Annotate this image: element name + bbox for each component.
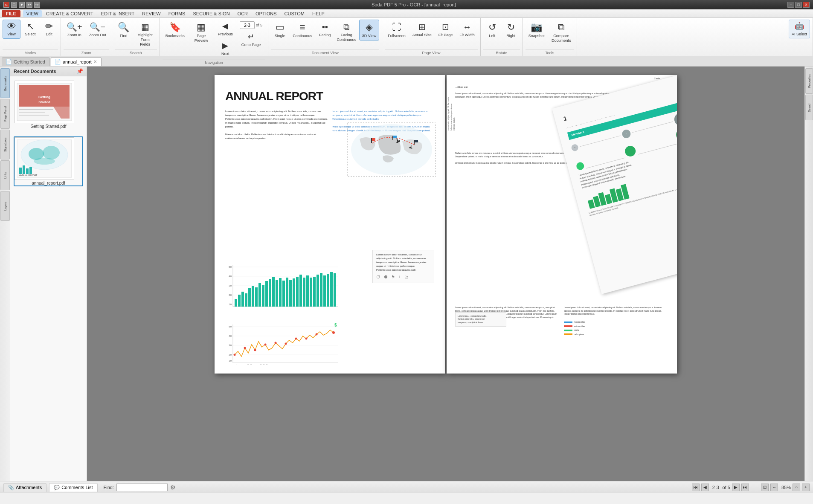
find-match-icon[interactable]: ⚙ xyxy=(170,484,176,491)
doc-thumb-getting-started[interactable]: Getting Started Getting Started.pdf xyxy=(14,80,83,130)
tab-annual-report-label: annual_report xyxy=(63,59,92,64)
sidebar-tab-layers[interactable]: Layers xyxy=(0,191,10,221)
close-button[interactable]: ✕ xyxy=(803,2,810,8)
rotate-left-icon: ↺ xyxy=(488,22,496,33)
ai-select-button[interactable]: 🤖 AI Select xyxy=(789,20,810,38)
find-input[interactable] xyxy=(116,484,168,491)
doc-thumb-annual-report[interactable]: ANNUAL REPORT annual_report.pdf xyxy=(14,136,83,186)
goto-page-button[interactable]: ↵ Go to Page xyxy=(238,30,264,49)
svg-rect-55 xyxy=(272,277,275,307)
svg-text:$: $ xyxy=(334,323,337,327)
facing-continuous-button[interactable]: ⧉ Facing Continuous xyxy=(335,20,358,44)
nav-last-button[interactable]: ⏭ xyxy=(741,484,749,491)
highlight-form-fields-button[interactable]: ▦ Highlight Form Fields xyxy=(134,20,157,49)
window-controls[interactable]: − □ ✕ xyxy=(787,2,810,8)
sidebar-tab-page-panel[interactable]: Page Panel xyxy=(0,99,10,129)
help-menu[interactable]: HELP xyxy=(309,10,328,17)
bookmarks-button[interactable]: 🔖 Bookmarks xyxy=(163,20,188,41)
sidebar-tab-signatures[interactable]: Signatures xyxy=(0,130,10,159)
nav-first-button[interactable]: ⏮ xyxy=(692,484,700,491)
edit-insert-menu[interactable]: EDIT & INSERT xyxy=(98,10,138,17)
document-area[interactable]: ANNUAL REPORT Lorem ipsum dolor sit amet… xyxy=(87,67,804,481)
zoom-out-button[interactable]: 🔍− Zoom Out xyxy=(86,20,109,40)
facing-button[interactable]: ▪▪ Facing xyxy=(316,20,334,40)
svg-rect-54 xyxy=(269,279,271,307)
fit-page-bottom[interactable]: ⊡ xyxy=(761,484,769,491)
ocr-menu[interactable]: OCR xyxy=(234,10,251,17)
zoom-in-bottom[interactable]: + xyxy=(802,484,810,491)
zoom-group-label: Zoom xyxy=(64,49,109,55)
view-button[interactable]: 👁 View xyxy=(3,20,20,39)
ribbon-group-tools: 📷 Snapshot ⧉ Compare Documents Tools xyxy=(523,18,577,56)
zoom-out-label: Zoom Out xyxy=(89,33,106,38)
svg-rect-29 xyxy=(415,140,418,142)
tab-annual-report[interactable]: 📄 annual_report ✕ xyxy=(51,57,102,66)
right-panel-search[interactable]: Search xyxy=(805,95,813,120)
fit-page-button[interactable]: ⊡ Fit Page xyxy=(436,20,456,40)
view-label: View xyxy=(7,32,15,37)
rotate-left-button[interactable]: ↺ Left xyxy=(483,20,501,41)
ribbon-group-doc-view: ▭ Single ≡ Continuous ▪▪ Facing ⧉ Facing… xyxy=(268,18,382,56)
fit-width-bottom[interactable]: ↔ xyxy=(770,484,778,491)
edit-label: Edit xyxy=(46,32,52,37)
page-preview-label: Page Preview xyxy=(192,34,211,43)
svg-rect-6 xyxy=(19,112,45,113)
comments-list-tab[interactable]: 💬 Comments List xyxy=(49,483,97,492)
sidebar-tab-links[interactable]: Links xyxy=(0,160,10,190)
actual-size-button[interactable]: ⊞ Actual Size xyxy=(409,20,435,40)
edit-button[interactable]: ✏ Edit xyxy=(40,20,58,39)
dropdown-icon[interactable]: ▼ xyxy=(19,2,25,8)
ribbon-group-page-view: ⛶ Fullscreen ⊞ Actual Size ⊡ Fit Page ↔ … xyxy=(382,18,481,56)
svg-text:50: 50 xyxy=(229,325,232,328)
zoom-slider[interactable]: ○ xyxy=(793,484,800,491)
review-menu[interactable]: REVIEW xyxy=(139,10,164,17)
view-menu[interactable]: VIEW xyxy=(23,10,42,17)
svg-rect-60 xyxy=(289,280,292,307)
recent-docs-pin[interactable]: 📌 xyxy=(77,68,83,74)
svg-text:ANNUAL REPORT: ANNUAL REPORT xyxy=(19,174,37,177)
sidebar-tab-bookmarks[interactable]: Bookmarks xyxy=(0,68,10,98)
nav-prev-button[interactable]: ◀ xyxy=(701,484,709,491)
select-button[interactable]: ↖ Select xyxy=(21,20,39,39)
compare-documents-button[interactable]: ⧉ Compare Documents xyxy=(549,20,574,45)
page-number-input[interactable] xyxy=(240,21,255,29)
forms-menu[interactable]: FORMS xyxy=(165,10,189,17)
rotate-right-button[interactable]: ↻ Right xyxy=(502,20,520,41)
fit-width-label: Fit Width xyxy=(459,33,475,38)
rotate-group-label: Rotate xyxy=(483,49,520,55)
maximize-button[interactable]: □ xyxy=(795,2,802,8)
continuous-button[interactable]: ≡ Continuous xyxy=(290,20,315,41)
tab-close-button[interactable]: ✕ xyxy=(93,60,97,64)
facing-label: Facing xyxy=(319,33,331,38)
bottom-toolbar: 📎 Attachments 💬 Comments List Find: ⚙ ⏮ … xyxy=(0,481,813,493)
create-convert-menu[interactable]: CREATE & CONVERT xyxy=(43,10,97,17)
next-button[interactable]: ▶ Next xyxy=(218,39,233,58)
right-panel-properties[interactable]: Properties xyxy=(805,68,813,94)
nav-next-button[interactable]: ▶ xyxy=(732,484,740,491)
fullscreen-button[interactable]: ⛶ Fullscreen xyxy=(385,20,409,41)
undo-icon[interactable]: ↩ xyxy=(26,2,32,8)
previous-button[interactable]: ◀ Previous xyxy=(215,20,236,38)
minimize-button[interactable]: − xyxy=(787,2,794,8)
file-menu[interactable]: FILE xyxy=(2,10,20,17)
redo-icon[interactable]: ↪ xyxy=(34,2,40,8)
svg-point-90 xyxy=(275,342,277,344)
zoom-in-button[interactable]: 🔍+ Zoom In xyxy=(64,20,85,40)
attachments-tab[interactable]: 📎 Attachments xyxy=(3,483,46,492)
options-menu[interactable]: OPTIONS xyxy=(252,10,280,17)
svg-point-94 xyxy=(316,333,318,336)
secure-sign-menu[interactable]: SECURE & SIGN xyxy=(189,10,233,17)
tab-getting-started[interactable]: 📄 Getting Started xyxy=(2,57,50,66)
find-button[interactable]: 🔍 Find xyxy=(115,20,133,41)
snapshot-button[interactable]: 📷 Snapshot xyxy=(526,20,548,41)
svg-rect-46 xyxy=(241,292,244,307)
custom-menu[interactable]: CUSTOM xyxy=(281,10,308,17)
continuous-label: Continuous xyxy=(293,34,312,38)
single-button[interactable]: ▭ Single xyxy=(271,20,289,41)
fit-width-button[interactable]: ↔ Fit Width xyxy=(456,20,478,40)
fullscreen-label: Fullscreen xyxy=(388,34,406,38)
find-label: Find xyxy=(120,34,128,38)
3d-view-button[interactable]: ◈ 3D View xyxy=(359,20,379,41)
page-preview-button[interactable]: ▦ Page Preview xyxy=(189,20,214,45)
window-icon[interactable]: □ xyxy=(11,2,17,8)
